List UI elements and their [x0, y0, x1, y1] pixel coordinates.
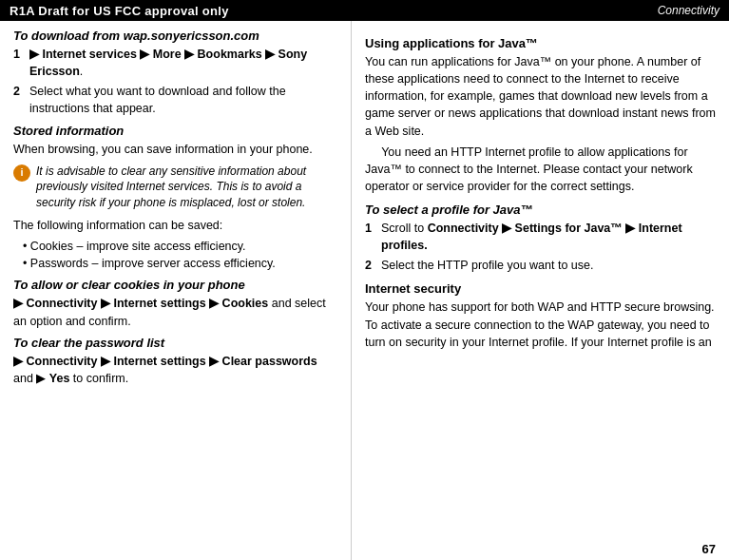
cookies-body: ▶ Connectivity ▶ Internet settings ▶ Coo…: [13, 295, 337, 329]
password-confirm: to confirm.: [69, 372, 128, 385]
heading-java-profile: To select a profile for Java™: [365, 203, 716, 217]
password-yes: Yes: [49, 372, 70, 385]
main-content: To download from wap.sonyericsson.com 1 …: [0, 21, 729, 560]
header-normal: Draft for US FCC approval only: [34, 4, 228, 18]
left-column: To download from wap.sonyericsson.com 1 …: [0, 21, 352, 560]
java-apps-body2-text: You need an HTTP Internet profile to all…: [365, 145, 693, 193]
heading-password: To clear the password list: [13, 336, 337, 350]
bullet-list: Cookies – improve site access efficiency…: [23, 238, 337, 272]
password-body: ▶ Connectivity ▶ Internet settings ▶ Cle…: [13, 353, 337, 387]
java-step-2-text: Select the HTTP profile you want to use.: [381, 257, 594, 274]
header: R1A Draft for US FCC approval only Conne…: [0, 0, 729, 21]
java-profile-step-2: 2 Select the HTTP profile you want to us…: [365, 257, 716, 274]
page-number: 67: [702, 542, 716, 556]
download-step-1: 1 ▶ Internet services ▶ More ▶ Bookmarks…: [13, 46, 337, 80]
stored-info-body: When browsing, you can save information …: [13, 141, 337, 158]
bullet-item-1: Cookies – improve site access efficiency…: [23, 238, 337, 255]
java-apps-body2: You need an HTTP Internet profile to all…: [365, 144, 716, 195]
notice-block: i It is advisable to clear any sensitive…: [13, 164, 337, 211]
password-menu-path: ▶ Connectivity ▶ Internet settings ▶ Cle…: [13, 355, 317, 368]
header-section: Connectivity: [658, 4, 719, 17]
java-step-number-1: 1: [365, 220, 376, 254]
java-apps-body1: You can run applications for Java™ on yo…: [365, 53, 716, 140]
java-profile-step-1: 1 Scroll to Connectivity ▶ Settings for …: [365, 220, 716, 254]
notice-icon: i: [13, 164, 30, 182]
download-step-2: 2 Select what you want to download and f…: [13, 83, 337, 117]
notice-text: It is advisable to clear any sensitive i…: [36, 164, 337, 211]
right-column: Using applications for Java™ You can run…: [352, 21, 729, 560]
cookies-menu-path: ▶ Connectivity ▶ Internet settings ▶ Coo…: [13, 297, 268, 310]
heading-download: To download from wap.sonyericsson.com: [13, 29, 337, 43]
java-step-number-2: 2: [365, 257, 376, 274]
bullet-item-2: Passwords – improve server access effici…: [23, 255, 337, 272]
step-number-1: 1: [13, 46, 25, 80]
java-step-1-menu-path: Connectivity ▶ Settings for Java™ ▶ Inte…: [381, 222, 682, 252]
password-path-normal: and ▶: [13, 372, 49, 385]
java-profile-steps: 1 Scroll to Connectivity ▶ Settings for …: [365, 220, 716, 274]
step-1-menu-path: ▶ Internet services ▶ More ▶ Bookmarks ▶…: [29, 48, 307, 78]
heading-stored-info: Stored information: [13, 124, 337, 138]
step-number-2: 2: [13, 83, 25, 117]
heading-internet-security: Internet security: [365, 281, 716, 296]
header-title: R1A Draft for US FCC approval only: [10, 4, 229, 18]
header-bold: R1A: [10, 4, 34, 18]
heading-cookies: To allow or clear cookies in your phone: [13, 278, 337, 292]
step-1-text: ▶ Internet services ▶ More ▶ Bookmarks ▶…: [29, 46, 337, 80]
following-text: The following information can be saved:: [13, 217, 337, 234]
heading-java-apps: Using applications for Java™: [365, 36, 716, 50]
download-steps: 1 ▶ Internet services ▶ More ▶ Bookmarks…: [13, 46, 337, 118]
step-2-text: Select what you want to download and fol…: [29, 83, 337, 117]
internet-security-body: Your phone has support for both WAP and …: [365, 299, 716, 350]
java-step-1-text: Scroll to Connectivity ▶ Settings for Ja…: [381, 220, 716, 254]
